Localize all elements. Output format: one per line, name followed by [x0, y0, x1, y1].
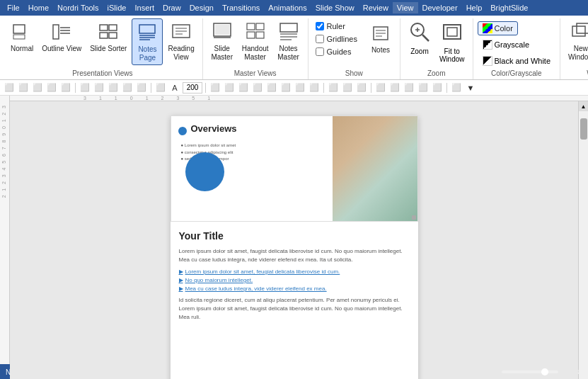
- toolbar-btn-13[interactable]: ⬜: [209, 81, 221, 94]
- toolbar-sep-3: [205, 83, 206, 93]
- toolbar-btn-1[interactable]: ⬜: [3, 81, 16, 94]
- notes-link-3[interactable]: ▶ Mea cu case ludus integra, vide videre…: [179, 285, 410, 292]
- menu-nordri[interactable]: Nordri Tools: [53, 2, 103, 13]
- toolbar-btn-2[interactable]: ⬜: [17, 81, 30, 94]
- toolbar-btn-4[interactable]: ⬜: [45, 81, 58, 94]
- menu-insert[interactable]: Insert: [130, 2, 158, 13]
- menu-brightslide[interactable]: BrightSlide: [486, 2, 532, 13]
- toolbar-btn-12[interactable]: A: [168, 81, 181, 94]
- toolbar-btn-5[interactable]: ⬜: [59, 81, 72, 94]
- toolbar-btn-28[interactable]: ⬜: [431, 81, 444, 94]
- btn-handout-master[interactable]: HandoutMaster: [238, 18, 272, 65]
- ruler-checkbox[interactable]: Ruler: [313, 21, 360, 31]
- toolbar-btn-20[interactable]: ⬜: [308, 81, 321, 94]
- grayscale-btn-label: Grayscale: [495, 40, 530, 49]
- zoom-label-group: Zoom: [405, 68, 468, 79]
- reading-view-label: ReadingView: [168, 45, 194, 62]
- toolbar-btn-26[interactable]: ⬜: [403, 81, 415, 94]
- svg-rect-2: [53, 25, 59, 39]
- btn-fit-window[interactable]: Fit toWindow: [436, 18, 468, 65]
- ruler-label: Ruler: [327, 22, 345, 30]
- scroll-up-btn[interactable]: ▲: [579, 101, 589, 111]
- btn-outline[interactable]: Outline View: [38, 18, 85, 65]
- toolbar-btn-9[interactable]: ⬜: [121, 81, 134, 94]
- btn-new-window[interactable]: NewWindow: [565, 18, 588, 65]
- notes-link-2[interactable]: ▶ No quo maiorum intelleget.: [179, 277, 410, 283]
- ruler-check-input[interactable]: [316, 22, 324, 30]
- toolbar-btn-22[interactable]: ⬜: [341, 81, 354, 94]
- outline-icon: [50, 21, 73, 43]
- gridlines-checkbox[interactable]: Gridlines: [313, 34, 360, 44]
- guides-check-input[interactable]: [316, 47, 324, 56]
- scroll-thumb[interactable]: [580, 118, 587, 140]
- toolbar-btn-11[interactable]: ⬜: [154, 81, 167, 94]
- menu-islide[interactable]: iSlide: [103, 2, 131, 13]
- link-arrow-2: ▶: [179, 277, 183, 283]
- toolbar-btn-21[interactable]: ⬜: [327, 81, 340, 94]
- slide-preview: Overviews ● Lorem ipsum dolor sit amet ●…: [171, 115, 418, 222]
- guides-checkbox[interactable]: Guides: [313, 47, 360, 57]
- svg-rect-9: [109, 33, 117, 38]
- resize-handle[interactable]: [412, 215, 416, 220]
- notes-icon: [369, 23, 392, 45]
- grayscale-button[interactable]: Grayscale: [478, 38, 535, 52]
- slide-dot-title: [178, 127, 187, 135]
- slide-image-content: Overviews ● Lorem ipsum dolor sit amet ●…: [171, 116, 417, 221]
- toolbar-btn-8[interactable]: ⬜: [107, 81, 120, 94]
- btn-zoom[interactable]: Zoom: [405, 18, 434, 65]
- toolbar-btn-17[interactable]: ⬜: [265, 81, 278, 94]
- group-window: NewWindow SwitchWindows Window: [560, 18, 588, 79]
- toolbar-btn-30[interactable]: ▼: [464, 81, 477, 94]
- btn-slide-master[interactable]: SlideMaster: [207, 18, 237, 65]
- menu-design[interactable]: Design: [185, 2, 218, 13]
- slide-column: 3 1 1 0 1 2 3 5 1: [10, 96, 588, 364]
- toolbar-btn-18[interactable]: ⬜: [279, 81, 292, 94]
- color-grayscale-label: Color/Grayscale: [478, 68, 555, 79]
- toolbar-btn-6[interactable]: ⬜: [79, 81, 91, 94]
- gridlines-check-input[interactable]: [316, 35, 324, 43]
- menu-view[interactable]: View: [393, 2, 418, 13]
- menu-draw[interactable]: Draw: [158, 2, 185, 13]
- toolbar-btn-29[interactable]: ⬜: [450, 81, 463, 94]
- toolbar-btn-25[interactable]: ⬜: [388, 81, 401, 94]
- btn-normal[interactable]: Normal: [7, 18, 37, 65]
- menu-animations[interactable]: Animations: [264, 2, 311, 13]
- btn-notes-master[interactable]: NotesMaster: [274, 18, 304, 65]
- show-items: Ruler Gridlines Guides: [313, 18, 396, 68]
- toolbar-btn-7[interactable]: ⬜: [93, 81, 105, 94]
- group-show: Ruler Gridlines Guides: [309, 18, 400, 79]
- toolbar-btn-23[interactable]: ⬜: [355, 81, 368, 94]
- bw-button[interactable]: Black and White: [478, 54, 555, 68]
- color-button[interactable]: Color: [478, 21, 518, 35]
- link-arrow-1: ▶: [179, 268, 183, 275]
- notes-page-title: Your Title: [179, 230, 410, 242]
- toolbar-btn-10[interactable]: ⬜: [135, 81, 148, 94]
- zoom-slider[interactable]: [502, 370, 558, 373]
- toolbar-btn-15[interactable]: ⬜: [237, 81, 250, 94]
- toolbar-btn-27[interactable]: ⬜: [417, 81, 430, 94]
- slide-canvas[interactable]: Overviews ● Lorem ipsum dolor sit amet ●…: [10, 101, 578, 379]
- toolbar-btn-14[interactable]: ⬜: [223, 81, 236, 94]
- color-btn-label: Color: [495, 24, 513, 33]
- svg-rect-10: [139, 25, 155, 33]
- font-size-input[interactable]: [183, 82, 202, 94]
- slide-title-row: Overviews: [178, 123, 325, 138]
- vertical-scrollbar[interactable]: ▲ ▲ ▼ ▼: [578, 101, 588, 379]
- menu-home[interactable]: Home: [24, 2, 53, 13]
- menu-help[interactable]: Help: [462, 2, 487, 13]
- menu-slideshow[interactable]: Slide Show: [311, 2, 359, 13]
- menu-review[interactable]: Review: [359, 2, 393, 13]
- btn-notes[interactable]: Notes: [366, 21, 396, 57]
- toolbar-btn-3[interactable]: ⬜: [31, 81, 44, 94]
- btn-reading-view[interactable]: ReadingView: [164, 18, 197, 65]
- toolbar-btn-24[interactable]: ⬜: [374, 81, 387, 94]
- toolbar-btn-16[interactable]: ⬜: [251, 81, 264, 94]
- btn-notes-page[interactable]: NotesPage: [132, 18, 163, 65]
- btn-slide-sorter[interactable]: Slide Sorter: [86, 18, 130, 65]
- toolbar-btn-19[interactable]: ⬜: [294, 81, 306, 94]
- notes-link-1[interactable]: ▶ Lorem ipsum dolor sit amet, feugiat de…: [179, 268, 410, 275]
- menu-transitions[interactable]: Transitions: [218, 2, 264, 13]
- scroll-track[interactable]: [579, 111, 589, 379]
- menu-developer[interactable]: Developer: [418, 2, 462, 13]
- menu-file[interactable]: File: [3, 2, 24, 13]
